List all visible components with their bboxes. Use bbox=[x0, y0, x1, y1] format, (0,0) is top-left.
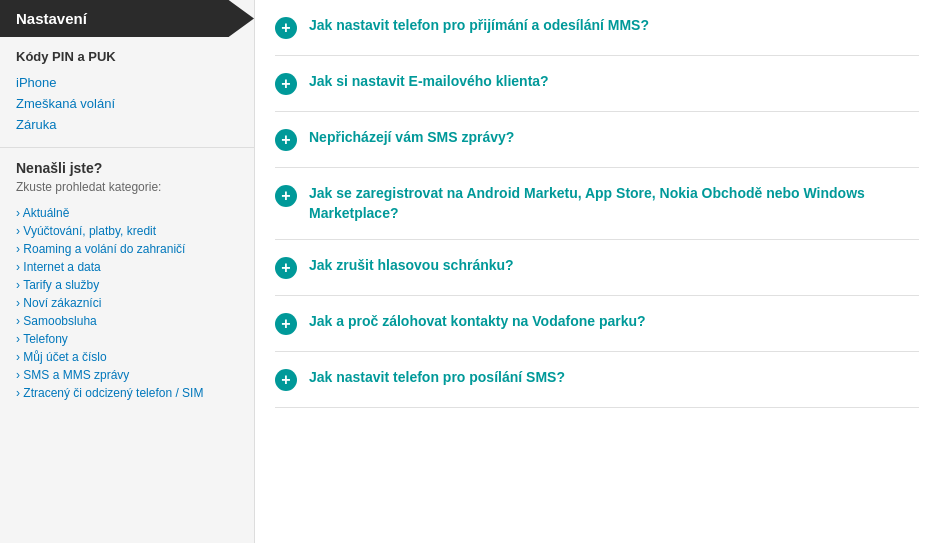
sidebar-header: Nastavení bbox=[0, 0, 254, 37]
faq-item: + Nepřicházejí vám SMS zprávy? bbox=[275, 112, 919, 168]
faq-item: + Jak zrušit hlasovou schránku? bbox=[275, 240, 919, 296]
sidebar: Nastavení Kódy PIN a PUK iPhoneZmeškaná … bbox=[0, 0, 255, 543]
plus-circle-icon: + bbox=[275, 313, 297, 335]
plus-circle-icon: + bbox=[275, 73, 297, 95]
faq-question[interactable]: Jak zrušit hlasovou schránku? bbox=[309, 256, 514, 276]
sidebar-title: Nastavení bbox=[16, 10, 87, 27]
plus-circle-icon: + bbox=[275, 185, 297, 207]
faq-item: + Jak si nastavit E-mailového klienta? bbox=[275, 56, 919, 112]
category-link[interactable]: Aktuálně bbox=[16, 204, 238, 222]
faq-question[interactable]: Jak si nastavit E-mailového klienta? bbox=[309, 72, 549, 92]
plus-circle-icon: + bbox=[275, 129, 297, 151]
svg-text:+: + bbox=[281, 259, 290, 276]
category-link[interactable]: SMS a MMS zprávy bbox=[16, 366, 238, 384]
faq-question[interactable]: Jak nastavit telefon pro posílání SMS? bbox=[309, 368, 565, 388]
faq-question[interactable]: Jak a proč zálohovat kontakty na Vodafon… bbox=[309, 312, 646, 332]
sidebar-nenasli-section: Nenašli jste? Zkuste prohledat kategorie… bbox=[0, 148, 254, 414]
category-link[interactable]: Můj účet a číslo bbox=[16, 348, 238, 366]
svg-text:+: + bbox=[281, 75, 290, 92]
main-content: + Jak nastavit telefon pro přijímání a o… bbox=[255, 0, 939, 543]
svg-text:+: + bbox=[281, 19, 290, 36]
faq-question[interactable]: Jak nastavit telefon pro přijímání a ode… bbox=[309, 16, 649, 36]
faq-item: + Jak nastavit telefon pro posílání SMS? bbox=[275, 352, 919, 408]
faq-question[interactable]: Nepřicházejí vám SMS zprávy? bbox=[309, 128, 514, 148]
plus-circle-icon: + bbox=[275, 369, 297, 391]
sidebar-link[interactable]: Záruka bbox=[16, 114, 238, 135]
svg-text:+: + bbox=[281, 131, 290, 148]
category-link[interactable]: Samoobsluha bbox=[16, 312, 238, 330]
faq-question[interactable]: Jak se zaregistrovat na Android Marketu,… bbox=[309, 184, 919, 223]
nenasli-title: Nenašli jste? bbox=[16, 160, 238, 176]
sidebar-link[interactable]: Zmeškaná volání bbox=[16, 93, 238, 114]
svg-text:+: + bbox=[281, 371, 290, 388]
category-link[interactable]: Ztracený či odcizený telefon / SIM bbox=[16, 384, 238, 402]
nenasli-subtitle: Zkuste prohledat kategorie: bbox=[16, 180, 238, 194]
faq-item: + Jak se zaregistrovat na Android Market… bbox=[275, 168, 919, 240]
sidebar-section-pin: Kódy PIN a PUK iPhoneZmeškaná voláníZáru… bbox=[0, 37, 254, 148]
category-link[interactable]: Noví zákazníci bbox=[16, 294, 238, 312]
category-link[interactable]: Telefony bbox=[16, 330, 238, 348]
category-link[interactable]: Internet a data bbox=[16, 258, 238, 276]
plus-circle-icon: + bbox=[275, 257, 297, 279]
plus-circle-icon: + bbox=[275, 17, 297, 39]
category-link[interactable]: Vyúčtování, platby, kredit bbox=[16, 222, 238, 240]
sidebar-link[interactable]: iPhone bbox=[16, 72, 238, 93]
svg-text:+: + bbox=[281, 187, 290, 204]
categories-list: AktuálněVyúčtování, platby, kreditRoamin… bbox=[16, 204, 238, 402]
sidebar-links: iPhoneZmeškaná voláníZáruka bbox=[16, 72, 238, 135]
category-link[interactable]: Tarify a služby bbox=[16, 276, 238, 294]
svg-text:+: + bbox=[281, 315, 290, 332]
faq-list: + Jak nastavit telefon pro přijímání a o… bbox=[275, 0, 919, 408]
sidebar-section-title: Kódy PIN a PUK bbox=[16, 49, 238, 64]
faq-item: + Jak a proč zálohovat kontakty na Vodaf… bbox=[275, 296, 919, 352]
category-link[interactable]: Roaming a volání do zahraničí bbox=[16, 240, 238, 258]
faq-item: + Jak nastavit telefon pro přijímání a o… bbox=[275, 0, 919, 56]
